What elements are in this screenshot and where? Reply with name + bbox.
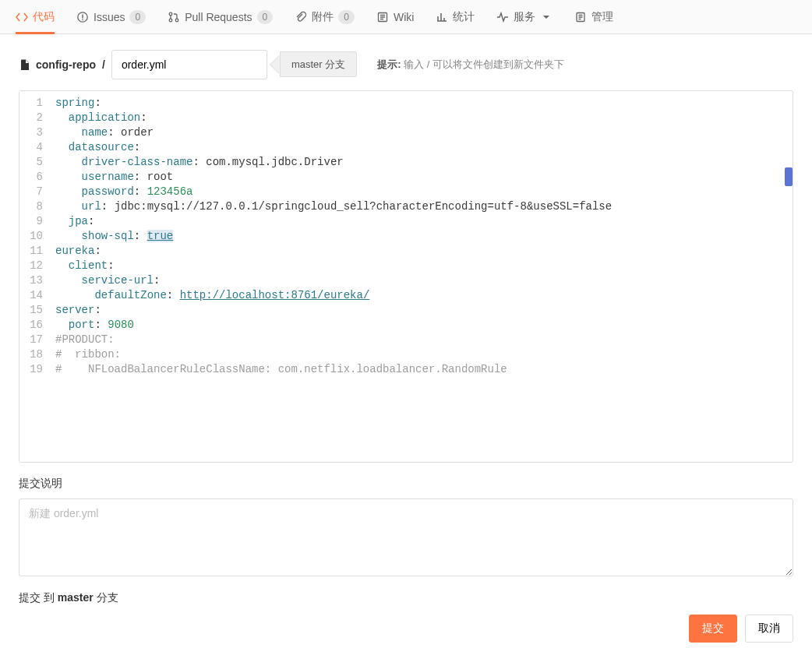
svg-point-3	[169, 12, 172, 16]
path-separator: /	[102, 58, 105, 71]
code-icon	[16, 11, 28, 23]
commit-message-input[interactable]	[19, 498, 793, 576]
commit-branch-line: 提交 到 master 分支	[19, 591, 793, 605]
tab-wiki[interactable]: Wiki	[376, 0, 414, 33]
tab-code[interactable]: 代码	[16, 0, 55, 33]
tab-admin[interactable]: 管理	[574, 0, 613, 33]
svg-point-4	[169, 19, 172, 22]
branch-tag-label: master 分支	[280, 51, 357, 77]
tab-services[interactable]: 服务	[496, 0, 553, 33]
scrollbar-thumb[interactable]	[785, 167, 793, 186]
cancel-button[interactable]: 取消	[745, 615, 793, 643]
attach-count-badge: 0	[338, 10, 355, 24]
code-area[interactable]: spring: application: name: order datasou…	[49, 91, 793, 462]
line-number-gutter: 12345678910111213141516171819	[19, 91, 49, 462]
svg-rect-1	[82, 14, 83, 18]
paperclip-icon	[295, 11, 307, 23]
tab-services-label: 服务	[514, 10, 535, 24]
tab-issues[interactable]: Issues 0	[76, 0, 146, 33]
book-icon	[376, 11, 389, 23]
commit-message-heading: 提交说明	[19, 477, 793, 491]
code-editor[interactable]: 12345678910111213141516171819 spring: ap…	[19, 90, 793, 463]
tab-issues-label: Issues	[94, 11, 125, 23]
tab-admin-label: 管理	[591, 10, 613, 24]
chart-icon	[436, 11, 448, 23]
actions-row: 提交 取消	[19, 615, 793, 648]
tab-stats[interactable]: 统计	[436, 0, 475, 33]
repo-tabs: 代码 Issues 0 Pull Requests 0 附件 0 Wiki 统计…	[0, 0, 812, 34]
path-hint: 提示: 输入 / 可以将文件创建到新文件夹下	[377, 58, 564, 72]
activity-icon	[496, 11, 509, 23]
repo-name-text: config-repo	[36, 58, 96, 71]
issues-icon	[76, 11, 89, 23]
pull-request-icon	[168, 11, 180, 23]
pulls-count-badge: 0	[257, 10, 274, 24]
tab-code-label: 代码	[33, 10, 55, 24]
branch-tag: master 分支	[280, 58, 357, 72]
tab-pulls-label: Pull Requests	[185, 11, 252, 23]
tab-wiki-label: Wiki	[394, 11, 414, 23]
svg-rect-2	[82, 19, 83, 19]
tab-pulls[interactable]: Pull Requests 0	[168, 0, 273, 33]
filename-input[interactable]	[111, 50, 267, 79]
svg-point-5	[175, 19, 178, 22]
caret-down-icon	[540, 11, 553, 23]
file-path-row: config-repo / master 分支 提示: 输入 / 可以将文件创建…	[19, 50, 793, 79]
tab-stats-label: 统计	[453, 10, 475, 24]
tab-attachments[interactable]: 附件 0	[295, 0, 355, 33]
admin-icon	[574, 11, 587, 23]
issues-count-badge: 0	[129, 10, 146, 24]
file-icon	[19, 58, 31, 71]
repo-name[interactable]: config-repo	[19, 58, 96, 71]
submit-button[interactable]: 提交	[689, 615, 737, 643]
tab-attach-label: 附件	[312, 10, 334, 24]
